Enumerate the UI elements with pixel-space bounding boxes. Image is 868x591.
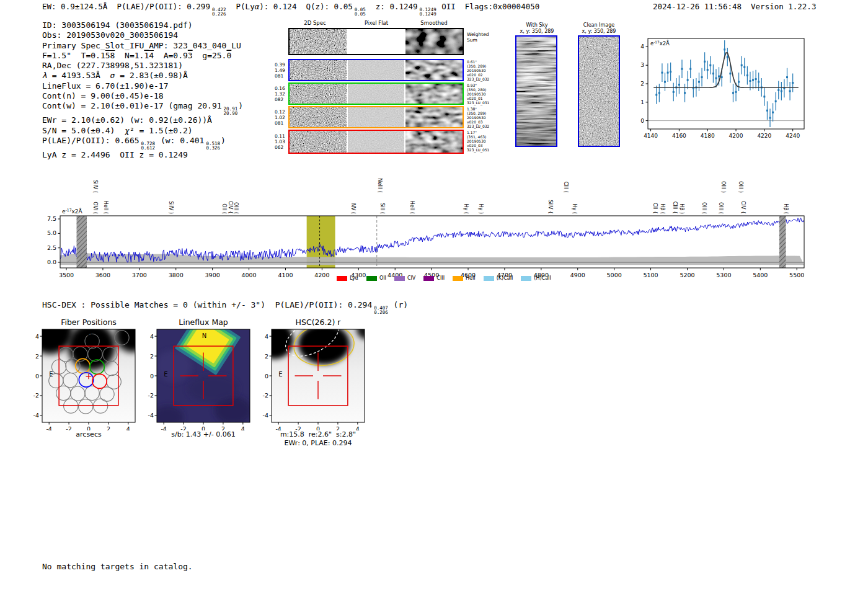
spectral-line-label: NeIII (: [377, 178, 383, 193]
hsc-dex-summary: HSC-DEX : Possible Matches = 0 (within +…: [42, 300, 408, 314]
y-tick-label: 2: [640, 81, 644, 87]
x-tick-label: 3800: [169, 272, 184, 278]
legend-item: CIII: [423, 275, 445, 281]
legend-label: CIV: [407, 275, 415, 281]
spectral-line-label: SiIV {: [547, 200, 553, 214]
spectral-line-label: Hγ (: [463, 204, 469, 214]
legend-item: HeII: [453, 275, 476, 281]
text-segment: HSC-DEX : Possible Matches = 0 (within +…: [42, 300, 372, 309]
spec2d-image-cell: [290, 107, 347, 127]
legend-swatch: [366, 276, 377, 281]
hsc-ewr-plae-label: EWr: 0, PLAE: 0.294: [284, 439, 352, 447]
text-segment: P(LAE)/P(OII): 0.665: [42, 136, 140, 145]
spec2d-row-images: [288, 130, 464, 154]
y-tick-label: 4: [35, 333, 39, 340]
report-version: Version 1.22.3: [751, 2, 816, 11]
text-segment: ID: 3003506194 (3003506194.pdf): [42, 20, 193, 30]
info-line: Primary Spec_Slot_IFU_AMP: 323_043_040_L…: [42, 41, 243, 51]
spec2d-image-cell: [405, 84, 463, 104]
text-segment: 0.050.05: [355, 7, 366, 16]
text-segment: χ: [125, 126, 130, 135]
y-tick-label: 1: [640, 99, 644, 105]
text-segment: = 2.83(±0.98)Å: [115, 71, 187, 80]
x-tick-label: -2: [295, 425, 301, 430]
x-tick-label: -4: [275, 425, 281, 430]
text-segment: A=0.9: [154, 51, 188, 60]
spec2d-image-cell: [405, 60, 463, 80]
spectral-line-label: CIV {: [740, 201, 746, 214]
spec2d-row-right-label: 1.38"(350, 289)20190530v020_03323_LU_032: [467, 107, 507, 128]
spectral-line-label: Hγ ): [478, 204, 484, 214]
text-segment: Primary Spec_Slot_IFU_AMP: 323_043_040_L…: [42, 41, 241, 50]
legend-item: (H)CaII: [521, 275, 551, 281]
spectral-line-label: OII (: [221, 203, 227, 214]
spectral-line-label: OVI (: [92, 202, 98, 214]
text-segment: 58: [105, 51, 115, 60]
col-header-2d-spec: 2D Spec: [304, 20, 326, 26]
compass-north-label: N: [87, 332, 92, 339]
y-tick-label: -2: [33, 392, 39, 399]
legend-label: HeII: [466, 275, 476, 281]
line-fit-zoom-plot: 41404160418042004220424001234e-17x2Å: [639, 31, 815, 146]
text-segment: EWr = 2.10(±0.62) (w: 0.92(±0.26))Å: [42, 115, 212, 125]
spectral-line-label: CIII (: [563, 182, 569, 193]
compass-north-label: N: [202, 332, 206, 339]
report-datetime: 2024-12-26 11:56:48: [653, 2, 742, 11]
lineflux-sb-label: s/b: 1.43 +/- 0.061: [171, 430, 236, 438]
spectral-line-label: Hγ (: [572, 204, 577, 214]
spectral-line-label: OIII ): [720, 181, 726, 193]
info-line: LyA z = 2.4496 OII z = 0.1249: [42, 150, 243, 160]
x-tick-label: 0: [87, 425, 91, 430]
with-sky-coords: x, y: 350, 289: [512, 29, 562, 35]
spec2d-image-cell: [290, 60, 347, 80]
legend-label: Lyα: [350, 275, 358, 281]
text-segment: ): 0.124 Q(z): 0.05: [259, 2, 353, 11]
lineflux-map-plot: NE-4-4-2-2002244: [138, 325, 253, 430]
y-tick-label: 5.0: [47, 229, 56, 236]
x-tick-label: 5500: [789, 272, 804, 278]
text-segment: 0.7280.612: [141, 141, 156, 150]
y-tick-label: -4: [263, 412, 268, 419]
spec2d-row-images: [288, 82, 464, 105]
y-tick-label: -4: [33, 412, 39, 419]
spectral-line-label: OIII ): [738, 181, 743, 193]
x-tick-label: 3900: [205, 272, 220, 278]
text-segment: EW: 0.9±124.5Å P(LAE)/P(OII): 0.299: [42, 2, 210, 11]
spec2d-image-cell: [348, 60, 405, 80]
with-sky-cutout: [516, 37, 556, 146]
y-tick-label: 2: [265, 353, 268, 360]
spectrum-legend: LyαOIICIVCIIIHeII(K)CaII(H)CaII: [246, 275, 642, 281]
text-segment: RA,Dec (227.738998,51.323181): [42, 61, 183, 70]
with-sky-title-text: With Sky: [512, 22, 562, 29]
spec2d-row-right-label: 0.93"(350, 280)20190530v020_01323_LU_031: [467, 83, 507, 105]
x-tick-label: 0: [202, 425, 205, 430]
text-segment: 0.12490.1249: [420, 7, 436, 16]
y-tick-label: 4: [150, 333, 154, 340]
x-tick-label: 4160: [672, 133, 686, 139]
text-segment: 0.5180.326: [206, 141, 220, 150]
spec2d-row-left-label: 0.121.02081: [275, 109, 287, 126]
legend-item: (K)CaII: [484, 275, 513, 281]
spectral-line-label: HeII (: [103, 201, 108, 214]
y-tick-label: 0: [35, 373, 39, 380]
spectral-line-label: Hβ (: [660, 203, 665, 214]
info-line: Obs: 20190530v020_3003506194: [42, 30, 243, 40]
x-tick-label: 4: [126, 425, 130, 430]
text-segment: 14: [144, 51, 154, 60]
y-tick-label: 2: [150, 353, 154, 360]
spec2d-row-left-label: 0.161.32082: [275, 86, 287, 102]
legend-item: CIV: [394, 275, 415, 281]
y-tick-label: 0: [640, 118, 644, 124]
spec2d-row-right-label: 1.17"(351, 463)20190530v020_03323_LU_051: [467, 130, 507, 152]
spec2d-row-left-label: 0.391.49081: [275, 62, 287, 79]
compass-east-label: E: [278, 371, 282, 378]
x-tick-label: 4: [241, 425, 245, 430]
spec2d-row-images: [288, 28, 464, 55]
x-tick-label: 2: [221, 425, 225, 430]
x-tick-label: 4200: [729, 133, 743, 139]
col-header-pixel-flat: Pixel Flat: [365, 20, 388, 26]
info-line: λ = 4193.53Å σ = 2.83(±0.98)Å: [42, 71, 243, 81]
legend-item: Lyα: [337, 275, 358, 281]
y-tick-label: 4: [265, 333, 268, 340]
legend-label: (H)CaII: [534, 275, 551, 281]
